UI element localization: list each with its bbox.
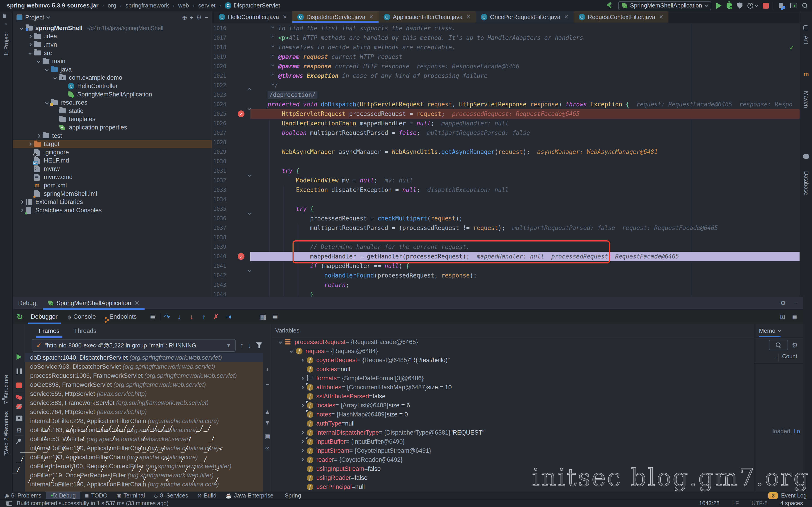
editor-tab-dispatcherservlet-java[interactable]: CDispatcherServlet.java✕ [292,11,378,23]
drop-frame-button[interactable]: ✗ [210,313,222,321]
close-icon[interactable]: ✕ [659,14,663,20]
fold-marker-icon[interactable] [248,84,251,94]
tree-expand-arrow[interactable] [26,52,34,54]
toolwindow-button-6-problems[interactable]: ◉6: Problems [0,492,46,500]
toolwindow-button-terminal[interactable]: ▣Terminal [112,492,149,500]
toolwindow-button-5-debug[interactable]: 5: Debug [46,492,80,500]
tree-item-external-libraries[interactable]: External Libraries [13,198,212,206]
debug-gear-button[interactable]: ⚙ [13,427,25,434]
frames-tab-threads[interactable]: Threads [74,328,97,335]
variable-row-usingInputStream[interactable]: fusingInputStream = false [272,464,754,473]
fold-marker-icon[interactable] [248,208,251,217]
breakpoint-icon[interactable]: ✓ [238,253,245,260]
event-log[interactable]: 3 Event Log [768,492,812,499]
stripe-ant-label[interactable]: Ant [803,36,810,44]
line-number[interactable]: 1036 [212,214,226,223]
line-number[interactable]: 1030 [212,157,226,166]
stack-frame[interactable]: internalDoFilter:228, ApplicationFilterC… [25,416,263,426]
fold-marker-icon[interactable] [248,170,251,179]
variable-row-request[interactable]: frequest = {Request@6484} [272,346,754,355]
debug-settings-gear-icon[interactable]: ⚙ [780,299,786,307]
debug-button[interactable] [726,2,732,9]
tree-expand-arrow[interactable] [26,44,34,46]
stripe-database-label[interactable]: Database [803,171,810,195]
code-line-1042[interactable]: 1042 noHandlerFound(processedRequest, re… [212,271,800,280]
variable-row-locales[interactable]: flocales = {ArrayList@6488} size = 6 [272,401,754,410]
line-number[interactable]: 1033 [212,185,226,194]
stack-frame[interactable]: internalDoFilter:190, ApplicationFilterC… [25,444,263,453]
view-breakpoints-button[interactable] [13,395,25,400]
memory-col-class[interactable]: .. [774,353,777,360]
variable-row-reader[interactable]: freader = {CoyoteReader@6492} [272,455,754,464]
tree-item-application-properties[interactable]: application.properties [13,123,212,132]
line-number[interactable]: 1035 [212,204,226,214]
code-line-1037[interactable]: 1037 multipartRequestParsed = (processed… [212,223,800,233]
layout-settings-icon[interactable]: ≣ [147,313,159,321]
variable-expand-arrow[interactable] [298,450,307,452]
tree-item-mvnw-cmd[interactable]: mvnw.cmd [13,173,212,181]
tree-expand-arrow[interactable] [43,68,51,71]
stop-debug-button[interactable] [13,383,25,388]
editor-tab-onceperrequestfilter-java[interactable]: COncePerRequestFilter.java✕ [476,11,574,23]
code-line-1030[interactable]: 1030 [212,157,800,166]
caret-position[interactable]: 1043:28 [699,500,720,507]
encoding[interactable]: UTF-8 [752,500,768,507]
tree-item-static[interactable]: static [13,107,212,115]
breadcrumb-item[interactable]: web [178,2,189,9]
fold-marker-icon[interactable] [248,293,251,297]
tree-expand-arrow[interactable] [34,60,43,62]
line-number[interactable]: 1043 [212,280,226,290]
stack-frame[interactable]: doFilter:163, ApplicationFilterChain (or… [25,453,263,462]
loop-icon[interactable]: ∞ [263,445,272,452]
stack-frame[interactable]: service:764, HttpServlet (javax.servlet.… [25,407,263,416]
toolwindow-button-8-services[interactable]: ◇8: Services [150,492,193,500]
tree-item-main[interactable]: main [13,57,212,65]
tree-item-src[interactable]: src [13,49,212,57]
inspections-ok-icon[interactable]: ✓ [790,43,794,52]
debug-session-tab[interactable]: SpringMemShellApplication ✕ [43,297,145,309]
variable-row-inputStream[interactable]: finputStream = {CoyoteInputStream@6491} [272,446,754,455]
code-line-1019[interactable]: 1019 * @param request current HTTP reque… [212,52,800,62]
variable-expand-arrow[interactable] [276,341,285,343]
stop-button[interactable] [763,3,769,9]
memory-col-count[interactable]: Count [782,353,797,360]
memory-tab[interactable]: Memo [759,324,781,337]
line-number[interactable]: 1041 [212,261,226,271]
line-number[interactable]: 1026 [212,119,226,128]
tree-item-test[interactable]: test [13,132,212,140]
code-line-1029[interactable]: 1029 WebAsyncManager asyncManager = WebA… [212,147,800,157]
line-number[interactable]: 1037 [212,223,226,233]
stack-frame[interactable]: doDispatch:1040, DispatcherServlet (org.… [25,353,263,362]
tree-item-com-example-demo[interactable]: com.example.demo [13,74,212,82]
locate-file-icon[interactable]: ⊕ [182,14,187,21]
variable-expand-arrow[interactable] [298,441,307,443]
variable-row-userPrincipal[interactable]: fuserPrincipal = null [272,482,754,491]
stack-frame[interactable]: processRequest:1006, FrameworkServlet (o… [25,371,263,380]
close-icon[interactable]: ✕ [466,14,471,20]
line-number[interactable]: 1040 [212,252,226,261]
tree-item--idea[interactable]: .idea [13,33,212,41]
line-number[interactable]: 1021 [212,71,226,80]
add-watch-icon[interactable]: + [263,366,272,373]
close-icon[interactable]: ✕ [369,14,373,20]
variable-row-processedRequest[interactable]: processedRequest = {RequestFacade@6465} [272,337,754,346]
tree-expand-arrow[interactable] [51,76,59,79]
breadcrumb-item[interactable]: org [108,2,116,9]
variable-row-sslAttributesParsed[interactable]: fsslAttributesParsed = false [272,392,754,401]
coverage-button[interactable] [737,2,743,9]
code-line-1043[interactable]: 1043 return; [212,280,800,290]
stack-frame[interactable]: service:655, HttpServlet (javax.servlet.… [25,389,263,398]
project-view-title[interactable]: Project [25,14,44,21]
run-button[interactable] [716,2,722,9]
line-number[interactable]: 1044 [212,290,226,297]
line-number[interactable]: 1020 [212,62,226,71]
variable-row-inputBuffer[interactable]: finputBuffer = {InputBuffer@6490} [272,437,754,446]
tree-item-help-md[interactable]: HELP.md [13,157,212,165]
line-number[interactable]: 1031 [212,166,226,176]
memory-settings-icon[interactable]: ⚙ [792,341,798,349]
memory-load-link[interactable]: Lo [794,428,800,435]
code-line-1021[interactable]: 1021 * @throws Exception in case of any … [212,71,800,80]
code-line-1027[interactable]: 1027 boolean multipartRequestParsed = fa… [212,128,800,137]
variable-expand-arrow[interactable] [287,350,296,352]
stripe-web-label[interactable]: Web [3,443,9,454]
